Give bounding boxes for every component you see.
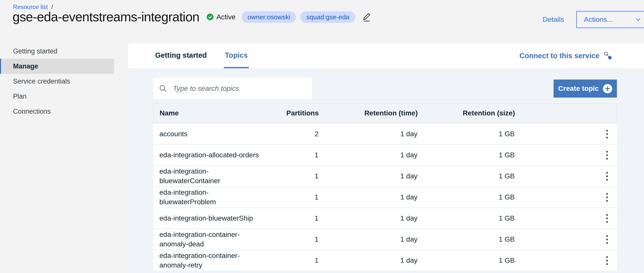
table-body: accounts 2 1 day 1 GB eda-integration-al… xyxy=(153,124,617,270)
connect-to-service-link[interactable]: Connect to this service xyxy=(519,43,613,68)
search-icon xyxy=(159,84,167,93)
topic-retention-time: 1 day xyxy=(318,172,417,180)
topic-partitions: 1 xyxy=(262,151,318,159)
sidebar-item-label: Getting started xyxy=(13,47,57,55)
sidebar-item[interactable]: Manage xyxy=(0,59,114,74)
row-overflow-menu-button[interactable] xyxy=(605,213,609,224)
sidebar-item-label: Service credentials xyxy=(13,78,70,85)
topic-retention-time: 1 day xyxy=(318,151,417,159)
column-header-name: Name xyxy=(154,108,262,118)
sidebar-item[interactable]: Getting started xyxy=(0,44,114,59)
sidebar: Getting started Manage Service credentia… xyxy=(0,44,114,119)
tab[interactable]: Getting started xyxy=(154,43,208,68)
topic-partitions: 1 xyxy=(262,235,318,243)
search-input[interactable] xyxy=(172,84,308,93)
topic-retention-time: 1 day xyxy=(318,256,417,264)
topic-name: eda-integration-container-anomaly-dead xyxy=(153,230,262,249)
kebab-icon xyxy=(606,151,608,153)
kebab-icon xyxy=(606,235,608,237)
topic-name: eda-integration-allocated-orders xyxy=(153,150,262,160)
topic-retention-size: 1 GB xyxy=(417,151,515,159)
topics-table: Name Partitions Retention (time) Retenti… xyxy=(153,103,617,270)
row-overflow-menu-button[interactable] xyxy=(605,170,609,182)
kebab-icon xyxy=(606,214,608,216)
sidebar-item[interactable]: Plan xyxy=(0,89,114,104)
edit-tags-button[interactable] xyxy=(362,12,371,22)
topic-retention-size: 1 GB xyxy=(417,214,515,222)
column-header-retention-time: Retention (time) xyxy=(319,109,418,117)
topic-name: eda-integration-bluewaterShip xyxy=(153,214,262,223)
topics-content: Create topic Name Partitions Retention (… xyxy=(128,68,644,273)
sidebar-item-label: Manage xyxy=(13,62,38,70)
topic-partitions: 1 xyxy=(262,172,318,180)
column-header-retention-size: Retention (size) xyxy=(418,109,515,117)
tag[interactable]: squad:gse-eda xyxy=(300,11,355,23)
link-connection-icon xyxy=(603,51,613,61)
create-topic-label: Create topic xyxy=(558,85,599,93)
actions-label: Actions... xyxy=(584,16,613,24)
column-header-partitions: Partitions xyxy=(262,109,319,117)
topic-partitions: 1 xyxy=(262,193,318,201)
search-box xyxy=(153,78,312,99)
table-row: eda-integration-allocated-orders 1 1 day… xyxy=(153,145,617,165)
kebab-icon xyxy=(606,193,608,195)
tag-list: owner:osowskisquad:gse-eda xyxy=(242,11,356,23)
topic-retention-time: 1 day xyxy=(318,235,417,243)
status-label: Active xyxy=(217,13,236,21)
sidebar-item[interactable]: Connections xyxy=(0,104,114,119)
topic-name: accounts xyxy=(153,129,262,139)
tab-bar: Getting started Topics Connect to this s… xyxy=(128,43,644,68)
title-row: gse-eda-eventstreams-integration Active … xyxy=(13,10,371,25)
topic-name: eda-integration-bluewaterProblem xyxy=(153,188,262,207)
check-circle-icon xyxy=(206,13,214,21)
tab[interactable]: Topics xyxy=(224,43,249,68)
kebab-icon xyxy=(606,130,608,131)
sidebar-item-label: Connections xyxy=(13,108,51,115)
create-topic-button[interactable]: Create topic xyxy=(554,80,617,98)
topics-toolbar: Create topic xyxy=(153,78,617,99)
details-link[interactable]: Details xyxy=(543,16,564,24)
plus-circle-icon xyxy=(603,84,612,93)
topic-retention-size: 1 GB xyxy=(417,256,515,264)
topic-retention-time: 1 day xyxy=(318,193,417,201)
table-row: eda-integration-bluewaterShip 1 1 day 1 … xyxy=(153,208,617,228)
topic-partitions: 2 xyxy=(262,130,318,138)
kebab-icon xyxy=(606,256,608,258)
sidebar-item-label: Plan xyxy=(13,93,27,100)
topic-retention-size: 1 GB xyxy=(417,235,515,243)
topic-retention-size: 1 GB xyxy=(417,172,515,180)
topic-name: eda-integration-bluewaterContainer xyxy=(153,167,262,186)
kebab-icon xyxy=(606,172,608,174)
topic-retention-time: 1 day xyxy=(318,214,417,222)
topic-retention-size: 1 GB xyxy=(417,193,515,201)
chevron-down-icon xyxy=(635,16,641,23)
row-overflow-menu-button[interactable] xyxy=(605,234,609,245)
row-overflow-menu-button[interactable] xyxy=(605,255,609,266)
topic-name: eda-integration-container-anomaly-retry xyxy=(153,251,262,270)
connect-link-label: Connect to this service xyxy=(519,52,599,60)
page-title: gse-eda-eventstreams-integration xyxy=(13,10,199,25)
main-panel: Getting started Topics Connect to this s… xyxy=(128,43,644,273)
row-overflow-menu-button[interactable] xyxy=(605,191,609,203)
actions-dropdown[interactable]: Actions... xyxy=(576,11,644,28)
row-overflow-menu-button[interactable] xyxy=(605,149,609,161)
topic-partitions: 1 xyxy=(262,214,318,222)
topic-retention-time: 1 day xyxy=(318,130,417,138)
status-badge: Active xyxy=(206,13,236,21)
row-overflow-menu-button[interactable] xyxy=(605,128,609,140)
topic-partitions: 1 xyxy=(262,256,318,264)
table-row: accounts 2 1 day 1 GB xyxy=(153,124,617,144)
sidebar-item[interactable]: Service credentials xyxy=(0,74,114,89)
table-row: eda-integration-container-anomaly-retry … xyxy=(153,250,617,270)
table-row: eda-integration-bluewaterProblem 1 1 day… xyxy=(153,187,617,207)
topic-retention-size: 1 GB xyxy=(417,130,515,138)
table-header-row: Name Partitions Retention (time) Retenti… xyxy=(153,103,617,123)
table-row: eda-integration-container-anomaly-dead 1… xyxy=(153,229,617,249)
tag[interactable]: owner:osowski xyxy=(242,11,296,23)
table-row: eda-integration-bluewaterContainer 1 1 d… xyxy=(153,166,617,186)
pencil-icon xyxy=(362,12,371,22)
